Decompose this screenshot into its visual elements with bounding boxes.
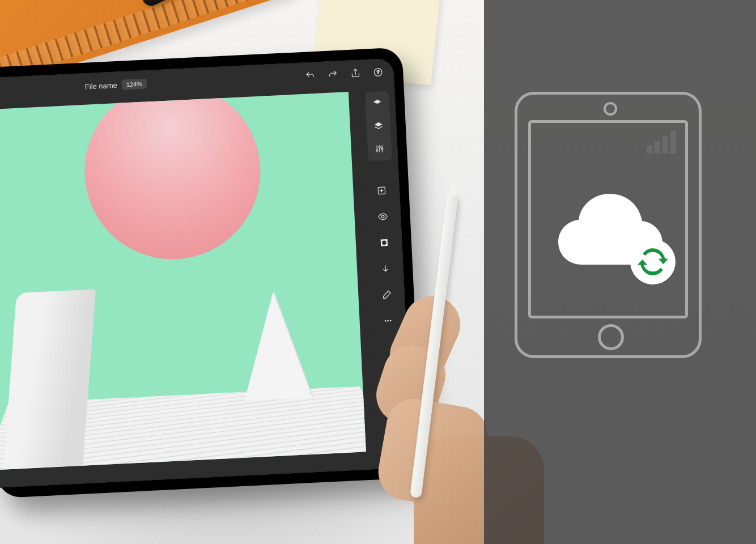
panel-group-top	[365, 91, 392, 162]
add-layer-icon[interactable]	[374, 183, 389, 198]
signal-bars-icon	[647, 131, 676, 154]
visibility-icon[interactable]	[375, 209, 390, 224]
more-icon[interactable]	[380, 313, 396, 329]
sync-status-icon	[630, 239, 676, 284]
workspace	[0, 92, 372, 482]
share-icon[interactable]	[350, 67, 362, 79]
svg-point-10	[387, 320, 389, 322]
arrow-down-icon[interactable]	[378, 261, 393, 277]
zoom-level[interactable]: 124%	[121, 78, 147, 90]
app-window: File name 124% ?	[0, 58, 413, 488]
tablet-home-icon	[598, 324, 624, 350]
svg-text:?: ?	[376, 69, 379, 75]
mask-icon[interactable]	[376, 235, 392, 250]
redo-icon[interactable]	[327, 69, 339, 80]
tablet-screen-icon	[528, 120, 688, 318]
canvas[interactable]	[0, 92, 366, 470]
eraser-icon[interactable]	[379, 287, 394, 303]
adjustments-icon[interactable]	[372, 141, 387, 156]
svg-point-2	[376, 150, 378, 151]
undo-icon[interactable]	[304, 70, 316, 82]
svg-point-3	[379, 146, 380, 148]
panel-group-bottom	[369, 178, 400, 333]
svg-point-11	[390, 320, 392, 321]
document-title[interactable]: File name	[84, 80, 117, 91]
layers-icon[interactable]	[369, 96, 385, 111]
artwork-circle	[80, 92, 265, 264]
tablet-camera-icon	[604, 102, 617, 116]
svg-point-9	[385, 320, 387, 322]
layer-comps-icon[interactable]	[371, 118, 386, 134]
artwork-tower	[3, 289, 96, 470]
svg-point-6	[381, 215, 384, 218]
tablet-illustration	[515, 92, 702, 358]
artwork-cone	[239, 290, 312, 401]
svg-point-4	[381, 148, 383, 150]
tablet-device: File name 124% ?	[0, 47, 423, 498]
overlay-panel	[484, 0, 756, 544]
help-icon[interactable]: ?	[372, 66, 384, 78]
